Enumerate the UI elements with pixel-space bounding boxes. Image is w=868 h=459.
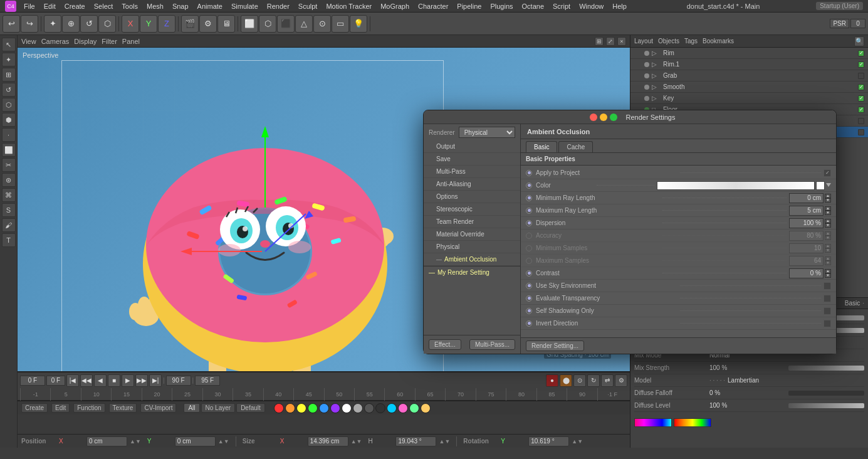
minimize-btn[interactable]: [600, 113, 607, 121]
ao-max-ray-up[interactable]: ▲: [825, 206, 831, 211]
menu-item-simulate[interactable]: Simulate: [227, 2, 262, 11]
x-axis-btn[interactable]: X: [122, 15, 139, 33]
viewport-filter-menu[interactable]: Filter: [102, 38, 117, 45]
menu-item-sculpt[interactable]: Sculpt: [295, 2, 322, 11]
sidebar-obj-btn[interactable]: ⬜: [2, 143, 16, 157]
obj-item-grab[interactable]: ▷Grab: [630, 70, 868, 82]
playback-mode-btn[interactable]: ⊙: [573, 374, 586, 387]
texture-btn[interactable]: Texture: [109, 403, 137, 413]
color-swatch-3[interactable]: [308, 403, 318, 413]
ao-dispersion-up[interactable]: ▲: [825, 219, 831, 223]
step-back-btn[interactable]: ◀◀: [80, 374, 93, 387]
viewport-icon-1[interactable]: ⊞: [595, 37, 604, 46]
menu-item-animate[interactable]: Animate: [194, 2, 226, 11]
ao-min-ray-up[interactable]: ▲: [825, 194, 831, 198]
loop-btn[interactable]: ↻: [587, 374, 600, 387]
size-x-input[interactable]: [308, 436, 348, 446]
sidebar-magnet-btn[interactable]: ⊛: [2, 173, 16, 187]
sidebar-tag-btn[interactable]: T: [2, 233, 16, 247]
menu-item-edit[interactable]: Edit: [40, 2, 60, 11]
ao-dispersion-input[interactable]: [789, 218, 824, 228]
color-swatch-6[interactable]: [342, 403, 352, 413]
render-menu-options[interactable]: Options: [424, 191, 520, 203]
viewport-icon-3[interactable]: ×: [617, 37, 626, 46]
step-fwd-btn[interactable]: ▶▶: [135, 374, 148, 387]
mat-basic-tab[interactable]: Basic: [845, 300, 860, 307]
sidebar-knife-btn[interactable]: ✂: [2, 158, 16, 172]
rot-y-input[interactable]: [528, 436, 569, 446]
render-menu-physical[interactable]: Physical: [424, 241, 520, 253]
ao-color-bar[interactable]: [657, 181, 815, 190]
effect-btn[interactable]: Effect...: [429, 339, 461, 350]
rph-tags[interactable]: Tags: [684, 38, 698, 45]
cylinder-btn[interactable]: ⬛: [277, 15, 295, 33]
ao-min-ray-down[interactable]: ▼: [825, 198, 831, 203]
scale-tool-btn[interactable]: ⊕: [62, 15, 80, 33]
z-axis-btn[interactable]: Z: [158, 15, 175, 33]
color-swatch-5[interactable]: [330, 403, 340, 413]
search-icon[interactable]: 🔍: [854, 36, 864, 46]
color-swatch-1[interactable]: [285, 403, 295, 413]
all-tab[interactable]: All: [184, 403, 199, 413]
sidebar-poly-btn[interactable]: ⬡: [2, 98, 16, 112]
playback-settings-btn[interactable]: ⚙: [615, 374, 627, 387]
play-fwd-btn[interactable]: ▶: [122, 374, 134, 387]
ao-eval-trans-radio[interactable]: [526, 295, 532, 302]
ao-max-ray-input[interactable]: [789, 206, 824, 216]
play-back-btn[interactable]: ◀: [94, 374, 107, 387]
light-btn[interactable]: 💡: [350, 15, 367, 33]
function-btn[interactable]: Function: [73, 403, 105, 413]
maximize-btn[interactable]: [610, 113, 617, 121]
render-menu-stereoscopic[interactable]: Stereoscopic: [424, 203, 520, 216]
obj-visibility-toggle[interactable]: [858, 129, 864, 135]
menu-item-motion-tracker[interactable]: Motion Tracker: [322, 2, 375, 11]
ao-tab-basic[interactable]: Basic: [526, 141, 557, 152]
redo-btn[interactable]: ↪: [21, 15, 38, 33]
sphere-btn[interactable]: ⬡: [259, 15, 276, 33]
goto-start-btn[interactable]: |◀: [66, 374, 79, 387]
obj-item-smooth[interactable]: ▷Smooth✓: [630, 82, 868, 93]
sidebar-edge-btn[interactable]: ⬢: [2, 113, 16, 127]
obj-visibility-toggle[interactable]: ✓: [858, 107, 864, 113]
obj-visibility-toggle[interactable]: ✓: [858, 61, 864, 68]
ao-contrast-down[interactable]: ▼: [825, 273, 831, 278]
render-view-btn[interactable]: 🖥: [217, 15, 235, 33]
size-h-input[interactable]: [395, 436, 436, 446]
rph-layout[interactable]: Layout: [634, 38, 653, 45]
ao-contrast-input[interactable]: [789, 268, 824, 278]
ao-invert-dir-radio[interactable]: [526, 320, 532, 327]
ao-min-ray-radio[interactable]: [526, 195, 532, 201]
ao-dispersion-radio[interactable]: [526, 220, 532, 226]
color-swatch-12[interactable]: [409, 403, 419, 413]
color-swatch-10[interactable]: [387, 403, 397, 413]
obj-visibility-toggle[interactable]: ✓: [858, 95, 864, 102]
rotate-tool-btn[interactable]: ↺: [80, 15, 98, 33]
menu-item-snap[interactable]: Snap: [169, 2, 192, 11]
color-swatch-9[interactable]: [375, 403, 385, 413]
menu-item-octane[interactable]: Octane: [518, 2, 548, 11]
menu-item-pipeline[interactable]: Pipeline: [453, 2, 485, 11]
undo-btn[interactable]: ↩: [3, 15, 20, 33]
obj-visibility-toggle[interactable]: [858, 118, 864, 124]
sidebar-rotate-btn[interactable]: ↺: [2, 83, 16, 97]
render-menu-material-override[interactable]: Material Override: [424, 228, 520, 241]
color-swatch-2[interactable]: [296, 403, 306, 413]
obj-visibility-toggle[interactable]: ✓: [858, 84, 864, 90]
viewport-cameras-menu[interactable]: Cameras: [41, 38, 70, 45]
sidebar-deform-btn[interactable]: ⌘: [2, 188, 16, 202]
ao-dispersion-down[interactable]: ▼: [825, 223, 831, 228]
frame-end-input[interactable]: [166, 376, 191, 386]
edit-btn[interactable]: Edit: [51, 403, 70, 413]
ping-pong-btn[interactable]: ⇄: [601, 374, 614, 387]
render-settings-btn[interactable]: ⚙: [199, 15, 217, 33]
color-swatch-0[interactable]: [274, 403, 284, 413]
stop-btn[interactable]: ■: [108, 374, 120, 387]
ao-contrast-radio[interactable]: [526, 270, 532, 277]
menu-item-render[interactable]: Render: [263, 2, 293, 11]
sidebar-select-btn[interactable]: ↖: [2, 38, 16, 51]
viewport-panel-menu[interactable]: Panel: [122, 38, 140, 45]
sidebar-paint-btn[interactable]: 🖌: [2, 218, 16, 232]
select-tool-btn[interactable]: ⬡: [98, 15, 116, 33]
color-swatch-4[interactable]: [319, 403, 329, 413]
menu-item-file[interactable]: File: [20, 2, 39, 11]
